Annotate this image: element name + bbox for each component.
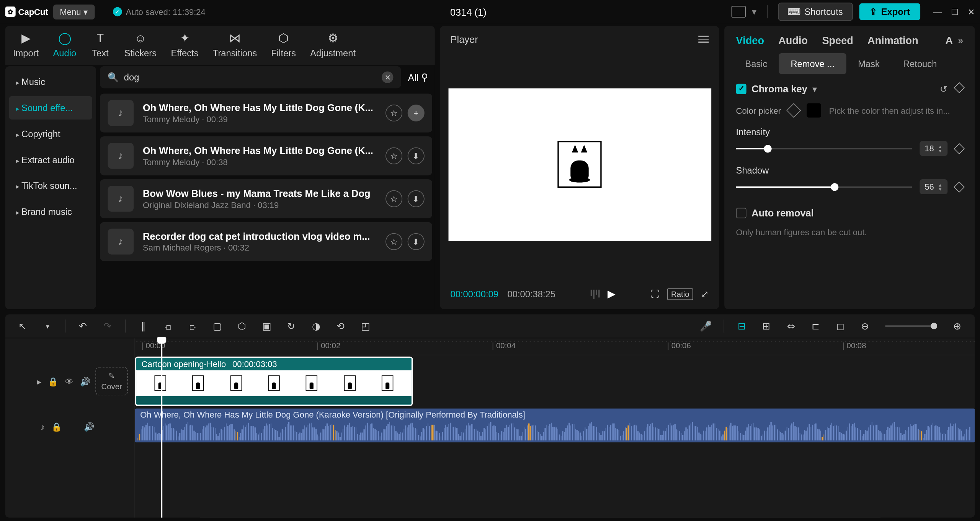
close-button[interactable]: ✕ [968,7,975,16]
shadow-value-input[interactable]: 56 ▲▼ [920,179,948,194]
inspector-tab-audio[interactable]: Audio [778,35,808,47]
favorite-button[interactable]: ☆ [385,233,402,250]
subtab-basic[interactable]: Basic [733,53,779,74]
favorite-button[interactable]: ☆ [385,105,402,121]
add-button[interactable]: + [408,105,425,121]
intensity-slider[interactable] [736,148,912,149]
tabs-overflow-icon[interactable]: » [958,35,963,47]
eyedropper-icon[interactable] [787,103,801,118]
zoom-out-icon[interactable]: ⊖ [856,318,875,334]
tab-effects[interactable]: ✦Effects [170,31,200,58]
tab-audio[interactable]: ◯Audio [52,31,77,58]
playhead[interactable] [161,338,162,518]
search-input[interactable] [124,72,377,82]
lane-video-icon[interactable]: ▸ [37,376,42,386]
inspector-tab-more[interactable]: A [946,35,953,47]
menu-button[interactable]: Menu ▾ [53,4,95,19]
inspector-tab-speed[interactable]: Speed [822,35,853,47]
tab-text[interactable]: TText [89,31,111,58]
subtab-retouch[interactable]: Retouch [891,53,948,74]
tab-adjustment[interactable]: ⚙Adjustment [309,31,357,58]
magnet-icon[interactable]: ⊟ [732,318,751,334]
shortcuts-button[interactable]: ⌨ Shortcuts [778,3,853,21]
crop-icon[interactable]: ◰ [356,318,375,334]
download-button[interactable]: ⬇ [408,233,425,250]
shield-icon[interactable]: ⬡ [232,318,252,334]
trim-right-icon[interactable]: ⟥ [183,318,203,334]
sidebar-item-sound-effects[interactable]: Sound effe... [9,96,92,120]
mute-icon[interactable]: 🔊 [80,376,90,386]
keyframe-icon[interactable] [954,181,965,192]
chevron-down-icon[interactable]: ▾ [752,7,756,17]
tab-filters[interactable]: ⬡Filters [270,31,297,58]
tab-transitions[interactable]: ⋈Transitions [211,31,258,58]
track-item[interactable]: ♪ Oh Where, Oh Where Has My Little Dog G… [100,93,432,133]
lock-icon[interactable]: 🔒 [51,422,62,431]
inspector-tab-video[interactable]: Video [736,35,764,47]
intensity-value-input[interactable]: 18 ▲▼ [920,141,948,156]
link-icon[interactable]: ⊞ [757,318,776,334]
mic-icon[interactable]: 🎤 [696,318,716,334]
timeline-ruler[interactable]: 00:00 00:02 00:04 00:06 00:08 [135,338,975,355]
sidebar-item-copyright[interactable]: Copyright [9,122,92,146]
favorite-button[interactable]: ☆ [385,147,402,164]
favorite-button[interactable]: ☆ [385,190,402,207]
player-menu-icon[interactable] [698,36,709,43]
sidebar-item-extract-audio[interactable]: Extract audio [9,148,92,172]
chevron-down-icon[interactable]: ▾ [38,318,57,334]
frame-icon[interactable]: ▣ [257,318,276,334]
track-item[interactable]: ♪ Oh Where, Oh Where Has My Little Dog G… [100,136,432,175]
track-item[interactable]: ♪ Bow Wow Blues - my Mama Treats Me Like… [100,179,432,218]
undo-icon[interactable]: ↶ [74,318,93,334]
tab-stickers[interactable]: ☺Stickers [123,31,158,58]
layout-icon[interactable] [731,6,745,18]
audio-clip[interactable]: Oh Where, Oh Where Has My Little Dog Gon… [135,408,975,442]
shadow-slider[interactable] [736,186,912,187]
scale-fit-icon[interactable]: ⛶ [650,289,660,299]
chevron-down-icon[interactable]: ▾ [812,84,817,94]
zoom-in-icon[interactable]: ⊕ [947,318,967,334]
trim-left-icon[interactable]: ⟤ [158,318,178,334]
subtab-remove-bg[interactable]: Remove ... [779,53,846,74]
fullscreen-icon[interactable]: ⤢ [701,289,709,299]
preview-cut-icon[interactable]: ⊏ [806,318,826,334]
download-button[interactable]: ⬇ [408,147,425,164]
stepper-arrows-icon[interactable]: ▲▼ [938,144,942,153]
mirror-icon[interactable]: ◑ [306,318,326,334]
clear-search-button[interactable]: ✕ [382,71,394,83]
video-preview[interactable] [448,88,711,241]
video-clip[interactable]: Cartoon opening-Hello 00:00:03:03 [135,357,413,406]
lane-audio-icon[interactable]: ♪ [41,422,45,431]
auto-removal-checkbox[interactable] [736,208,746,218]
track-item[interactable]: ♪ Recorder dog cat pet introduction vlog… [100,222,432,261]
color-swatch[interactable] [807,103,821,118]
ratio-button[interactable]: Ratio [667,288,693,300]
snap-icon[interactable]: ⇔ [781,318,801,334]
play-button[interactable]: ▶ [608,288,615,300]
keyframe-icon[interactable] [954,82,965,93]
audio-track[interactable]: Oh Where, Oh Where Has My Little Dog Gon… [135,407,975,446]
keyframe-icon[interactable] [954,143,965,154]
split-icon[interactable]: ∥ [134,318,153,334]
lock-icon[interactable]: 🔒 [48,376,58,386]
maximize-button[interactable]: ☐ [951,7,959,16]
sidebar-item-brand-music[interactable]: Brand music [9,200,92,223]
mute-icon[interactable]: 🔊 [84,422,94,431]
export-button[interactable]: ⇪ Export [859,3,920,20]
reverse-icon[interactable]: ↻ [282,318,301,334]
subtab-mask[interactable]: Mask [846,53,892,74]
search-box[interactable]: 🔍 ✕ [100,66,401,88]
video-track[interactable]: Cartoon opening-Hello 00:00:03:03 [135,355,975,407]
zoom-slider[interactable] [885,325,938,326]
chroma-key-checkbox[interactable]: ✓ [736,84,746,94]
cover-button[interactable]: ✎ Cover [95,367,128,396]
marker-icon[interactable]: ◻ [831,318,850,334]
pointer-tool-icon[interactable]: ↖ [13,318,33,334]
tab-import[interactable]: ▶Import [12,31,40,58]
minimize-button[interactable]: — [933,7,942,16]
inspector-tab-animation[interactable]: Animation [867,35,918,47]
delete-icon[interactable]: ▢ [208,318,227,334]
eye-icon[interactable]: 👁 [65,376,74,386]
rotate-icon[interactable]: ⟲ [331,318,351,334]
download-button[interactable]: ⬇ [408,190,425,207]
